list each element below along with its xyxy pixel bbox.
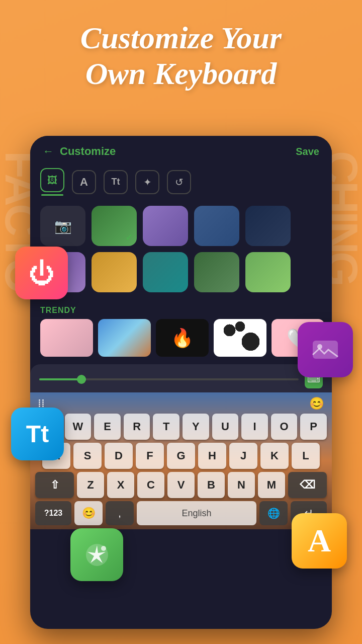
swatches-section: 📷 bbox=[30, 203, 332, 303]
key-r[interactable]: R bbox=[124, 414, 150, 440]
key-comma[interactable]: , bbox=[106, 501, 134, 525]
image-gallery-icon bbox=[298, 322, 353, 377]
letter-a-icon: A bbox=[292, 513, 347, 569]
key-row-bottom: ?123 😊 , English 🌐 ↵ bbox=[35, 501, 327, 525]
trendy-label: TRENDY bbox=[30, 303, 332, 319]
swatches-row-2 bbox=[40, 252, 322, 292]
svg-point-3 bbox=[101, 546, 106, 551]
keyboard-section: ⌨ ⁞⁞ 😊 Q W E R T Y U I O P bbox=[30, 364, 332, 529]
customize-title: Customize bbox=[60, 145, 116, 158]
trendy-sky[interactable] bbox=[98, 319, 151, 357]
back-arrow[interactable]: ← bbox=[43, 145, 54, 158]
key-y[interactable]: Y bbox=[183, 414, 209, 440]
key-face[interactable]: 😊 bbox=[74, 501, 103, 525]
tab-background[interactable]: 🖼 bbox=[40, 168, 64, 192]
keyboard-top-row: ⁞⁞ 😊 bbox=[35, 396, 327, 411]
swatches-row-1: 📷 bbox=[40, 206, 322, 246]
slider-bar: ⌨ bbox=[30, 364, 332, 392]
save-button[interactable]: Save bbox=[296, 146, 319, 157]
key-m[interactable]: M bbox=[258, 472, 285, 498]
key-delete[interactable]: ⌫ bbox=[288, 472, 327, 498]
swatch-darkblue[interactable] bbox=[245, 206, 291, 246]
key-b[interactable]: B bbox=[198, 472, 225, 498]
swatch-teal[interactable] bbox=[143, 252, 188, 292]
swatch-forest[interactable] bbox=[194, 252, 239, 292]
music-app-icon: ⏻ bbox=[15, 247, 68, 299]
key-l[interactable]: L bbox=[292, 443, 320, 469]
customize-header: ← Customize Save bbox=[30, 136, 332, 164]
keyboard-body: ⁞⁞ 😊 Q W E R T Y U I O P A S D F bbox=[30, 392, 332, 529]
tab-bar: 🖼 A Tt ✦ ↺ bbox=[30, 164, 332, 203]
title-line1: Customize Your bbox=[80, 21, 282, 55]
key-k[interactable]: K bbox=[260, 443, 289, 469]
key-j[interactable]: J bbox=[229, 443, 257, 469]
slider-thumb[interactable] bbox=[77, 375, 86, 384]
swatch-green[interactable] bbox=[92, 206, 137, 246]
slider-track[interactable] bbox=[39, 378, 299, 380]
key-s[interactable]: S bbox=[73, 443, 102, 469]
trendy-flame[interactable]: 🔥 bbox=[156, 319, 209, 357]
key-v[interactable]: V bbox=[167, 472, 195, 498]
key-f[interactable]: F bbox=[136, 443, 164, 469]
tab-effects[interactable]: ✦ bbox=[135, 170, 159, 194]
key-globe[interactable]: 🌐 bbox=[259, 501, 288, 525]
swatch-gold[interactable] bbox=[92, 252, 137, 292]
trendy-row: 🔥 🤍 bbox=[30, 319, 332, 362]
key-p[interactable]: P bbox=[300, 414, 327, 440]
text-style-icon: Tt bbox=[11, 408, 64, 460]
title-block: Customize Your Own Keyboard bbox=[0, 20, 362, 92]
key-row-2: A S D F G H J K L bbox=[35, 443, 327, 469]
sparkle-app-icon bbox=[70, 528, 123, 581]
svg-rect-0 bbox=[313, 341, 338, 359]
swatch-purple[interactable] bbox=[143, 206, 188, 246]
swatch-camera[interactable]: 📷 bbox=[40, 206, 85, 246]
key-row-3: ⇧ Z X C V B N M ⌫ bbox=[35, 472, 327, 498]
tab-font[interactable]: A bbox=[72, 170, 96, 194]
key-o[interactable]: O bbox=[271, 414, 298, 440]
key-i[interactable]: I bbox=[241, 414, 268, 440]
emoji-button[interactable]: 😊 bbox=[309, 396, 324, 411]
key-g[interactable]: G bbox=[167, 443, 195, 469]
trendy-cow[interactable] bbox=[214, 319, 266, 357]
key-c[interactable]: C bbox=[137, 472, 164, 498]
key-space[interactable]: English bbox=[137, 501, 256, 525]
swatch-blue[interactable] bbox=[194, 206, 239, 246]
key-z[interactable]: Z bbox=[77, 472, 104, 498]
tab-reset[interactable]: ↺ bbox=[167, 170, 191, 194]
space-label: English bbox=[182, 508, 211, 519]
key-d[interactable]: D bbox=[105, 443, 133, 469]
key-w[interactable]: W bbox=[65, 414, 92, 440]
key-row-1: Q W E R T Y U I O P bbox=[35, 414, 327, 440]
key-123[interactable]: ?123 bbox=[35, 501, 71, 525]
key-e[interactable]: E bbox=[94, 414, 121, 440]
key-t[interactable]: T bbox=[153, 414, 179, 440]
key-x[interactable]: X bbox=[107, 472, 134, 498]
trendy-cherry[interactable] bbox=[40, 319, 93, 357]
key-h[interactable]: H bbox=[198, 443, 226, 469]
title-line2: Own Keyboard bbox=[85, 56, 277, 91]
tab-text-size[interactable]: Tt bbox=[104, 170, 128, 194]
key-shift[interactable]: ⇧ bbox=[35, 472, 74, 498]
key-n[interactable]: N bbox=[228, 472, 255, 498]
key-u[interactable]: U bbox=[212, 414, 239, 440]
swatch-lime[interactable] bbox=[245, 252, 291, 292]
